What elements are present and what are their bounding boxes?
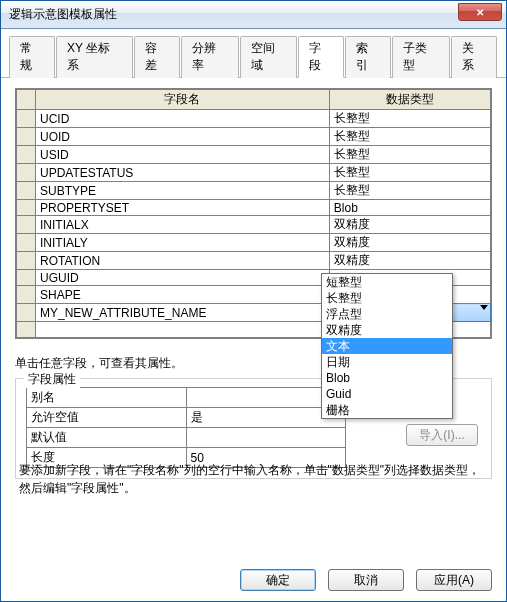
- dialog-footer: 确定 取消 应用(A): [240, 569, 492, 591]
- row-header[interactable]: [17, 286, 36, 304]
- dropdown-option[interactable]: 短整型: [322, 274, 452, 290]
- dropdown-option[interactable]: 双精度: [322, 322, 452, 338]
- field-type-cell[interactable]: 长整型: [329, 128, 490, 146]
- field-type-cell[interactable]: 长整型: [329, 110, 490, 128]
- field-properties-table: 别名允许空值是默认值长度50: [26, 387, 346, 468]
- field-type-cell[interactable]: 双精度: [329, 216, 490, 234]
- field-name-cell[interactable]: ROTATION: [35, 252, 329, 270]
- row-header[interactable]: [17, 322, 36, 338]
- field-name-cell[interactable]: INITIALY: [35, 234, 329, 252]
- tab-general[interactable]: 常规: [9, 36, 55, 78]
- apply-button[interactable]: 应用(A): [416, 569, 492, 591]
- field-name-cell[interactable]: UPDATESTATUS: [35, 164, 329, 182]
- row-header[interactable]: [17, 216, 36, 234]
- field-name-cell[interactable]: MY_NEW_ATTRIBUTE_NAME: [35, 304, 329, 322]
- field-properties-legend: 字段属性: [24, 371, 80, 388]
- tab-subtype[interactable]: 子类型: [392, 36, 450, 78]
- tab-resolution[interactable]: 分辨率: [181, 36, 239, 78]
- tab-xy[interactable]: XY 坐标系: [56, 36, 133, 78]
- tab-index[interactable]: 索引: [345, 36, 391, 78]
- row-header[interactable]: [17, 234, 36, 252]
- field-type-cell[interactable]: 长整型: [329, 146, 490, 164]
- grid-header-name[interactable]: 字段名: [35, 90, 329, 110]
- table-row[interactable]: PROPERTYSETBlob: [17, 200, 491, 216]
- row-header[interactable]: [17, 164, 36, 182]
- property-label: 允许空值: [27, 408, 187, 428]
- table-row[interactable]: INITIALY双精度: [17, 234, 491, 252]
- row-header[interactable]: [17, 110, 36, 128]
- field-name-cell[interactable]: INITIALX: [35, 216, 329, 234]
- dropdown-option[interactable]: 长整型: [322, 290, 452, 306]
- dropdown-option[interactable]: 文本: [322, 338, 452, 354]
- close-button[interactable]: ✕: [458, 3, 502, 21]
- field-type-cell[interactable]: 双精度: [329, 234, 490, 252]
- table-row[interactable]: USID长整型: [17, 146, 491, 164]
- instruction-text: 要添加新字段，请在"字段名称"列的空行中输入名称，单击"数据类型"列选择数据类型…: [19, 461, 488, 497]
- import-button[interactable]: 导入(I)...: [406, 424, 478, 446]
- dropdown-option[interactable]: 日期: [322, 354, 452, 370]
- dropdown-option[interactable]: 栅格: [322, 402, 452, 418]
- close-icon: ✕: [476, 7, 484, 18]
- tab-domain[interactable]: 空间域: [240, 36, 298, 78]
- table-row[interactable]: INITIALX双精度: [17, 216, 491, 234]
- chevron-down-icon[interactable]: [480, 305, 488, 310]
- property-value[interactable]: [186, 428, 346, 448]
- datatype-dropdown-list[interactable]: 短整型长整型浮点型双精度文本日期BlobGuid栅格: [321, 273, 453, 419]
- field-name-cell[interactable]: UCID: [35, 110, 329, 128]
- row-header[interactable]: [17, 200, 36, 216]
- tab-strip: 常规 XY 坐标系 容差 分辨率 空间域 字段 索引 子类型 关系: [1, 29, 506, 78]
- grid-header-type[interactable]: 数据类型: [329, 90, 490, 110]
- field-name-cell[interactable]: SHAPE: [35, 286, 329, 304]
- dropdown-option[interactable]: Guid: [322, 386, 452, 402]
- table-row[interactable]: SUBTYPE长整型: [17, 182, 491, 200]
- field-name-cell[interactable]: UGUID: [35, 270, 329, 286]
- cancel-button[interactable]: 取消: [328, 569, 404, 591]
- tab-tolerance[interactable]: 容差: [134, 36, 180, 78]
- field-name-cell[interactable]: USID: [35, 146, 329, 164]
- ok-button[interactable]: 确定: [240, 569, 316, 591]
- row-header[interactable]: [17, 252, 36, 270]
- row-header[interactable]: [17, 128, 36, 146]
- dropdown-option[interactable]: Blob: [322, 370, 452, 386]
- row-header[interactable]: [17, 146, 36, 164]
- table-row[interactable]: ROTATION双精度: [17, 252, 491, 270]
- property-row: 别名: [27, 388, 346, 408]
- grid-corner: [17, 90, 36, 110]
- property-label: 别名: [27, 388, 187, 408]
- property-row: 允许空值是: [27, 408, 346, 428]
- row-header[interactable]: [17, 182, 36, 200]
- field-type-cell[interactable]: 长整型: [329, 182, 490, 200]
- titlebar: 逻辑示意图模板属性 ✕: [1, 1, 506, 29]
- table-row[interactable]: UCID长整型: [17, 110, 491, 128]
- tab-fields[interactable]: 字段: [298, 36, 344, 78]
- property-label: 默认值: [27, 428, 187, 448]
- field-type-cell[interactable]: 长整型: [329, 164, 490, 182]
- tab-relation[interactable]: 关系: [451, 36, 497, 78]
- field-name-cell[interactable]: [35, 322, 329, 338]
- window-title: 逻辑示意图模板属性: [9, 6, 117, 23]
- field-type-cell[interactable]: 双精度: [329, 252, 490, 270]
- table-row[interactable]: UOID长整型: [17, 128, 491, 146]
- row-header[interactable]: [17, 304, 36, 322]
- row-header[interactable]: [17, 270, 36, 286]
- dropdown-option[interactable]: 浮点型: [322, 306, 452, 322]
- table-row[interactable]: UPDATESTATUS长整型: [17, 164, 491, 182]
- field-name-cell[interactable]: UOID: [35, 128, 329, 146]
- field-name-cell[interactable]: SUBTYPE: [35, 182, 329, 200]
- field-type-cell[interactable]: Blob: [329, 200, 490, 216]
- field-name-cell[interactable]: PROPERTYSET: [35, 200, 329, 216]
- property-row: 默认值: [27, 428, 346, 448]
